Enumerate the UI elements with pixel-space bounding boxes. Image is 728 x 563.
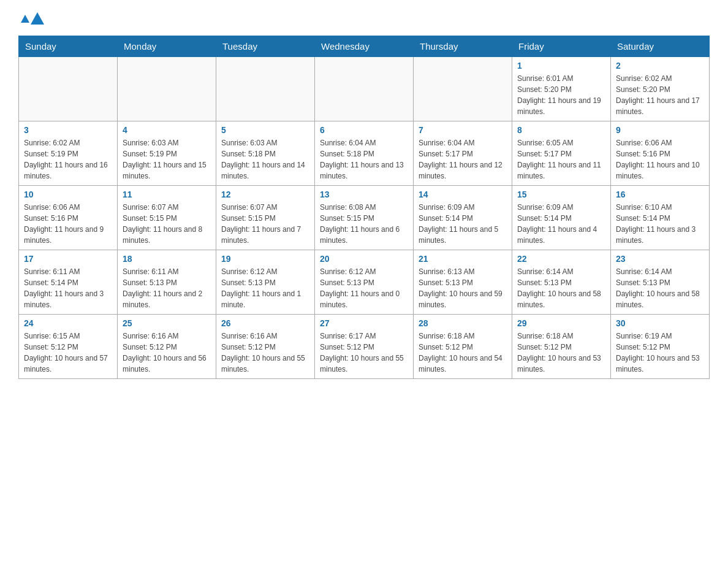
- day-number: 5: [221, 125, 309, 135]
- col-header-saturday: Saturday: [611, 36, 710, 57]
- day-number: 18: [123, 254, 211, 264]
- day-number: 9: [616, 125, 704, 135]
- day-cell: 13Sunrise: 6:08 AMSunset: 5:15 PMDayligh…: [315, 186, 414, 250]
- week-row-5: 24Sunrise: 6:15 AMSunset: 5:12 PMDayligh…: [19, 315, 710, 379]
- week-row-4: 17Sunrise: 6:11 AMSunset: 5:14 PMDayligh…: [19, 250, 710, 315]
- day-cell: 2Sunrise: 6:02 AMSunset: 5:20 PMDaylight…: [611, 57, 710, 121]
- day-info: Sunrise: 6:16 AMSunset: 5:12 PMDaylight:…: [221, 331, 309, 375]
- day-info: Sunrise: 6:18 AMSunset: 5:12 PMDaylight:…: [517, 331, 605, 375]
- day-number: 1: [517, 61, 605, 71]
- day-number: 14: [419, 190, 507, 199]
- day-info: Sunrise: 6:17 AMSunset: 5:12 PMDaylight:…: [320, 331, 408, 375]
- day-cell: 26Sunrise: 6:16 AMSunset: 5:12 PMDayligh…: [216, 315, 315, 379]
- day-number: 29: [517, 318, 605, 328]
- day-info: Sunrise: 6:14 AMSunset: 5:13 PMDaylight:…: [616, 266, 704, 310]
- day-number: 27: [320, 318, 408, 328]
- day-number: 15: [517, 190, 605, 199]
- day-number: 20: [320, 254, 408, 264]
- day-info: Sunrise: 6:11 AMSunset: 5:14 PMDaylight:…: [24, 266, 112, 310]
- day-number: 6: [320, 125, 408, 135]
- col-header-friday: Friday: [512, 36, 611, 57]
- day-cell: 7Sunrise: 6:04 AMSunset: 5:17 PMDaylight…: [414, 121, 512, 186]
- day-number: 25: [123, 318, 211, 328]
- day-info: Sunrise: 6:09 AMSunset: 5:14 PMDaylight:…: [419, 202, 507, 246]
- day-cell: [315, 57, 414, 121]
- day-cell: 6Sunrise: 6:04 AMSunset: 5:18 PMDaylight…: [315, 121, 414, 186]
- day-info: Sunrise: 6:07 AMSunset: 5:15 PMDaylight:…: [221, 202, 309, 246]
- header: [18, 12, 710, 26]
- logo-big-triangle: [31, 12, 44, 25]
- day-number: 22: [517, 254, 605, 264]
- day-info: Sunrise: 6:02 AMSunset: 5:19 PMDaylight:…: [24, 137, 112, 182]
- day-number: 3: [24, 125, 112, 135]
- day-cell: 21Sunrise: 6:13 AMSunset: 5:13 PMDayligh…: [414, 250, 512, 315]
- week-row-1: 1Sunrise: 6:01 AMSunset: 5:20 PMDaylight…: [19, 57, 710, 121]
- day-cell: 20Sunrise: 6:12 AMSunset: 5:13 PMDayligh…: [315, 250, 414, 315]
- week-row-2: 3Sunrise: 6:02 AMSunset: 5:19 PMDaylight…: [19, 121, 710, 186]
- calendar-table: SundayMondayTuesdayWednesdayThursdayFrid…: [18, 36, 710, 379]
- day-info: Sunrise: 6:07 AMSunset: 5:15 PMDaylight:…: [123, 202, 211, 246]
- day-info: Sunrise: 6:08 AMSunset: 5:15 PMDaylight:…: [320, 202, 408, 246]
- day-info: Sunrise: 6:13 AMSunset: 5:13 PMDaylight:…: [419, 266, 507, 310]
- day-cell: 3Sunrise: 6:02 AMSunset: 5:19 PMDaylight…: [19, 121, 118, 186]
- day-number: 12: [221, 190, 309, 199]
- day-info: Sunrise: 6:06 AMSunset: 5:16 PMDaylight:…: [616, 137, 704, 182]
- day-cell: 24Sunrise: 6:15 AMSunset: 5:12 PMDayligh…: [19, 315, 118, 379]
- day-info: Sunrise: 6:12 AMSunset: 5:13 PMDaylight:…: [221, 266, 309, 310]
- day-info: Sunrise: 6:19 AMSunset: 5:12 PMDaylight:…: [616, 331, 704, 375]
- day-number: 30: [616, 318, 704, 328]
- day-number: 23: [616, 254, 704, 264]
- day-number: 10: [24, 190, 112, 199]
- day-info: Sunrise: 6:18 AMSunset: 5:12 PMDaylight:…: [419, 331, 507, 375]
- col-header-monday: Monday: [118, 36, 216, 57]
- day-info: Sunrise: 6:01 AMSunset: 5:20 PMDaylight:…: [517, 73, 605, 117]
- day-cell: 19Sunrise: 6:12 AMSunset: 5:13 PMDayligh…: [216, 250, 315, 315]
- day-cell: 23Sunrise: 6:14 AMSunset: 5:13 PMDayligh…: [611, 250, 710, 315]
- day-cell: 4Sunrise: 6:03 AMSunset: 5:19 PMDaylight…: [118, 121, 216, 186]
- day-number: 21: [419, 254, 507, 264]
- day-cell: [216, 57, 315, 121]
- day-number: 2: [616, 61, 704, 71]
- day-cell: 22Sunrise: 6:14 AMSunset: 5:13 PMDayligh…: [512, 250, 611, 315]
- day-cell: [118, 57, 216, 121]
- col-header-tuesday: Tuesday: [216, 36, 315, 57]
- day-number: 28: [419, 318, 507, 328]
- day-info: Sunrise: 6:14 AMSunset: 5:13 PMDaylight:…: [517, 266, 605, 310]
- day-cell: 8Sunrise: 6:05 AMSunset: 5:17 PMDaylight…: [512, 121, 611, 186]
- day-info: Sunrise: 6:05 AMSunset: 5:17 PMDaylight:…: [517, 137, 605, 182]
- day-info: Sunrise: 6:10 AMSunset: 5:14 PMDaylight:…: [616, 202, 704, 246]
- day-info: Sunrise: 6:04 AMSunset: 5:18 PMDaylight:…: [320, 137, 408, 182]
- day-info: Sunrise: 6:15 AMSunset: 5:12 PMDaylight:…: [24, 331, 112, 375]
- col-header-wednesday: Wednesday: [315, 36, 414, 57]
- day-info: Sunrise: 6:03 AMSunset: 5:18 PMDaylight:…: [221, 137, 309, 182]
- day-cell: 25Sunrise: 6:16 AMSunset: 5:12 PMDayligh…: [118, 315, 216, 379]
- day-number: 11: [123, 190, 211, 199]
- col-header-sunday: Sunday: [19, 36, 118, 57]
- day-cell: 14Sunrise: 6:09 AMSunset: 5:14 PMDayligh…: [414, 186, 512, 250]
- day-number: 19: [221, 254, 309, 264]
- day-info: Sunrise: 6:03 AMSunset: 5:19 PMDaylight:…: [123, 137, 211, 182]
- day-info: Sunrise: 6:06 AMSunset: 5:16 PMDaylight:…: [24, 202, 112, 246]
- day-info: Sunrise: 6:16 AMSunset: 5:12 PMDaylight:…: [123, 331, 211, 375]
- day-number: 16: [616, 190, 704, 199]
- day-number: 4: [123, 125, 211, 135]
- day-info: Sunrise: 6:11 AMSunset: 5:13 PMDaylight:…: [123, 266, 211, 310]
- day-number: 26: [221, 318, 309, 328]
- day-number: 24: [24, 318, 112, 328]
- day-cell: 17Sunrise: 6:11 AMSunset: 5:14 PMDayligh…: [19, 250, 118, 315]
- day-cell: 10Sunrise: 6:06 AMSunset: 5:16 PMDayligh…: [19, 186, 118, 250]
- day-number: 8: [517, 125, 605, 135]
- day-cell: 9Sunrise: 6:06 AMSunset: 5:16 PMDaylight…: [611, 121, 710, 186]
- day-cell: [414, 57, 512, 121]
- day-number: 13: [320, 190, 408, 199]
- day-cell: 15Sunrise: 6:09 AMSunset: 5:14 PMDayligh…: [512, 186, 611, 250]
- day-info: Sunrise: 6:09 AMSunset: 5:14 PMDaylight:…: [517, 202, 605, 246]
- day-cell: 18Sunrise: 6:11 AMSunset: 5:13 PMDayligh…: [118, 250, 216, 315]
- logo: [18, 12, 44, 26]
- col-header-thursday: Thursday: [414, 36, 512, 57]
- day-cell: 11Sunrise: 6:07 AMSunset: 5:15 PMDayligh…: [118, 186, 216, 250]
- day-number: 17: [24, 254, 112, 264]
- week-row-3: 10Sunrise: 6:06 AMSunset: 5:16 PMDayligh…: [19, 186, 710, 250]
- logo-small-triangle: [21, 15, 29, 23]
- day-cell: 5Sunrise: 6:03 AMSunset: 5:18 PMDaylight…: [216, 121, 315, 186]
